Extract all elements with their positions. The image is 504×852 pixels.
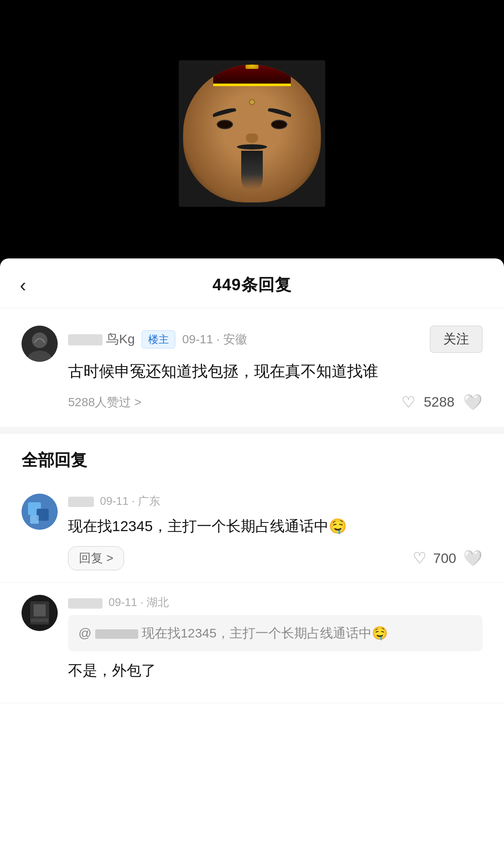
video-face-image	[183, 65, 321, 202]
all-replies-header: 全部回复	[0, 434, 504, 482]
reply2-text: 不是，外包了	[68, 658, 482, 683]
main-comment-text: 古时候申冤还知道找包拯，现在真不知道找谁	[68, 359, 482, 384]
svg-point-1	[32, 333, 47, 348]
reply1-actions-row: 回复 > ♡ 700 🤍	[68, 546, 482, 570]
reply1-text: 现在找12345，主打一个长期占线通话中🤤	[68, 514, 482, 539]
reply2-date-loc: 09-11 · 湖北	[109, 595, 169, 610]
likes-count-text[interactable]: 5288人赞过 >	[68, 394, 141, 410]
main-comment-username: 鸟Kg	[68, 330, 135, 348]
eye-left	[217, 120, 233, 129]
avatar2-svg	[22, 595, 58, 631]
reply1-like-actions: ♡ 700 🤍	[413, 549, 482, 567]
user-info-row: 鸟Kg 楼主 09-11 · 安徽 关注	[68, 326, 482, 353]
comment-row: 鸟Kg 楼主 09-11 · 安徽 关注 古时候申冤还知道找包拯，现在真不知道找…	[22, 326, 482, 411]
avatar-reply2	[22, 595, 58, 631]
reply-row-2: 09-11 · 湖北 @ 现在找12345，主打一个长期占线通话中🤤 不是，外包…	[22, 595, 482, 691]
video-thumbnail[interactable]	[179, 60, 325, 207]
nose	[246, 134, 258, 143]
quoted-username-blurred	[95, 629, 138, 639]
reply1-heart-icon[interactable]: ♡	[413, 549, 426, 567]
reply-item-1: 09-11 · 广东 现在找12345，主打一个长期占线通话中🤤 回复 > ♡ …	[0, 482, 504, 583]
avatar1-svg	[22, 494, 58, 530]
reply1-likes-count: 700	[433, 550, 456, 566]
heart-icon[interactable]: ♡	[401, 393, 415, 411]
mustache	[237, 144, 267, 149]
reply1-username-blurred	[68, 497, 94, 507]
reply2-username-blurred	[68, 598, 103, 609]
svg-rect-9	[34, 604, 46, 616]
svg-rect-10	[31, 619, 48, 622]
eyebrow-right	[268, 107, 292, 117]
reply-user-row-1: 09-11 · 广东	[68, 494, 482, 509]
svg-rect-6	[30, 515, 39, 524]
reply1-reply-button[interactable]: 回复 >	[68, 546, 124, 570]
beard	[241, 151, 263, 190]
follow-button[interactable]: 关注	[430, 326, 482, 353]
avatar-svg	[22, 326, 58, 362]
comment-body: 鸟Kg 楼主 09-11 · 安徽 关注 古时候申冤还知道找包拯，现在真不知道找…	[68, 326, 482, 411]
reply-body-2: 09-11 · 湖北 @ 现在找12345，主打一个长期占线通话中🤤 不是，外包…	[68, 595, 482, 691]
reply1-dislike-icon[interactable]: 🤍	[463, 549, 482, 567]
hat-jewel	[246, 65, 258, 69]
video-section	[0, 0, 504, 267]
hat	[213, 65, 291, 86]
avatar-main	[22, 326, 58, 362]
likes-number: 5288	[424, 394, 454, 410]
avatar-reply1	[22, 494, 58, 530]
reply-body-1: 09-11 · 广东 现在找12345，主打一个长期占线通话中🤤 回复 > ♡ …	[68, 494, 482, 571]
quoted-text: @ 现在找12345，主打一个长期占线通话中🤤	[78, 623, 472, 644]
eyebrow-left	[212, 107, 236, 117]
reply1-date-loc: 09-11 · 广东	[100, 494, 160, 509]
panel-title: 449条回复	[212, 274, 291, 296]
panel-header: ‹ 449条回复	[0, 258, 504, 308]
reply-user-row-2: 09-11 · 湖北	[68, 595, 482, 610]
owner-badge: 楼主	[142, 330, 175, 348]
reply-row-1: 09-11 · 广东 现在找12345，主打一个长期占线通话中🤤 回复 > ♡ …	[22, 494, 482, 571]
reply2-username	[68, 596, 103, 609]
back-button[interactable]: ‹	[20, 276, 26, 295]
like-actions: ♡ 5288 🤍	[401, 393, 482, 411]
main-comment: 鸟Kg 楼主 09-11 · 安徽 关注 古时候申冤还知道找包拯，现在真不知道找…	[0, 308, 504, 434]
username-suffix: 鸟Kg	[106, 332, 135, 346]
face-mark	[249, 99, 255, 105]
reply-item-2: 09-11 · 湖北 @ 现在找12345，主打一个长期占线通话中🤤 不是，外包…	[0, 583, 504, 703]
dislike-icon[interactable]: 🤍	[463, 393, 482, 411]
comments-panel: ‹ 449条回复 鸟Kg	[0, 258, 504, 844]
username-blurred	[68, 334, 103, 345]
likes-row: 5288人赞过 > ♡ 5288 🤍	[68, 393, 482, 411]
eye-right	[271, 120, 287, 129]
quoted-content: 现在找12345，主打一个长期占线通话中🤤	[142, 626, 387, 640]
quoted-block: @ 现在找12345，主打一个长期占线通话中🤤	[68, 615, 482, 651]
date-location: 09-11 · 安徽	[182, 331, 247, 348]
reply1-username	[68, 494, 94, 508]
